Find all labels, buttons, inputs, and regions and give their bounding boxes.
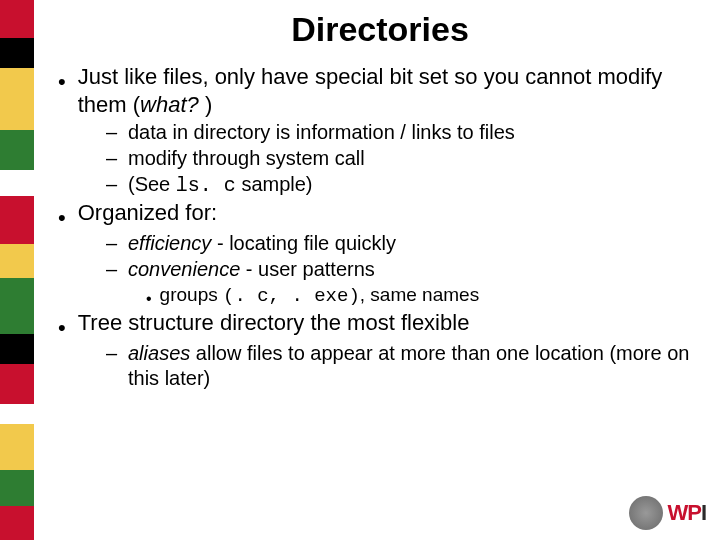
sub-item: – data in directory is information / lin… (106, 120, 690, 145)
bullet-text: Organized for: (78, 199, 690, 227)
subsub-text: groups (. c, . exe), same names (160, 283, 480, 309)
bullet-marker: • (58, 207, 66, 229)
sub-item: – modify through system call (106, 146, 690, 171)
dash-marker: – (106, 231, 118, 256)
sub-item: – (See ls. c sample) (106, 172, 690, 198)
dash-marker: – (106, 120, 118, 145)
slide-body: • Just like files, only have special bit… (58, 63, 690, 391)
sub-text: (See ls. c sample) (128, 172, 690, 198)
sub-item: – aliases allow files to appear at more … (106, 341, 690, 391)
dash-marker: – (106, 172, 118, 197)
logo-text: WPI (667, 500, 706, 526)
slide-title: Directories (40, 0, 720, 63)
bullet-marker: • (58, 71, 66, 93)
dash-marker: – (106, 341, 118, 366)
subsub-item: • groups (. c, . exe), same names (146, 283, 690, 309)
sub-text: data in directory is information / links… (128, 120, 690, 145)
dash-marker: – (106, 146, 118, 171)
sub-text: efficiency - locating file quickly (128, 231, 690, 256)
bullet-text: Just like files, only have special bit s… (78, 63, 690, 118)
sub-text: convenience - user patterns (128, 257, 690, 282)
wpi-logo: WPI (629, 496, 706, 530)
bullet-marker: • (58, 317, 66, 339)
dash-marker: – (106, 257, 118, 282)
bullet-item: • Organized for: (58, 199, 690, 229)
sub-text: aliases allow files to appear at more th… (128, 341, 690, 391)
bullet-item: • Tree structure directory the most flex… (58, 309, 690, 339)
sub-item: – convenience - user patterns (106, 257, 690, 282)
bullet-item: • Just like files, only have special bit… (58, 63, 690, 118)
decorative-stripe (0, 0, 34, 540)
bullet-text: Tree structure directory the most flexib… (78, 309, 690, 337)
bullet-marker: • (146, 289, 152, 309)
seal-icon (629, 496, 663, 530)
sub-item: – efficiency - locating file quickly (106, 231, 690, 256)
sub-text: modify through system call (128, 146, 690, 171)
